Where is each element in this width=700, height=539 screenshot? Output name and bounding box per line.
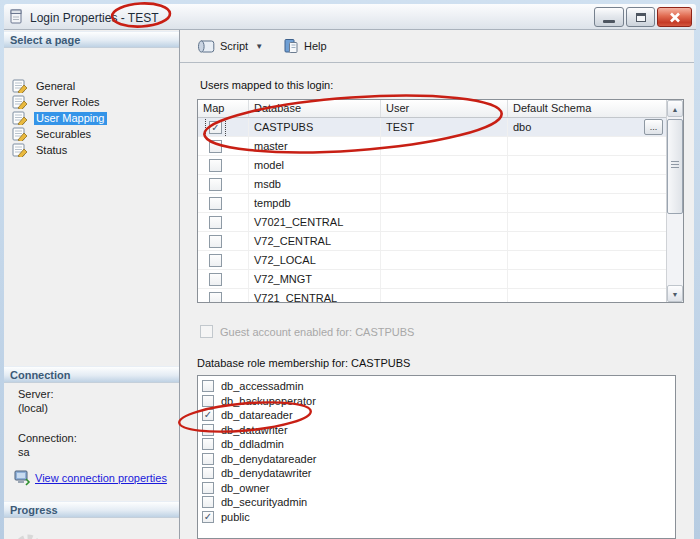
role-list: db_accessadmindb_backupoperator✓db_datar… [197,375,676,539]
page-icon [12,79,28,93]
window-title: Login Properties - TEST [30,11,159,25]
role-checkbox[interactable] [202,453,214,465]
map-checkbox[interactable] [209,197,222,210]
help-button[interactable]: Help [278,35,332,57]
user-cell [381,194,508,212]
select-page-header: Select a page [4,31,179,48]
table-row-model[interactable]: model [198,156,666,175]
close-button[interactable] [657,7,692,27]
role-checkbox[interactable] [202,395,214,407]
connection-header: Connection [4,366,179,383]
database-cell: V72_MNGT [249,270,381,288]
sidebar: Select a page General Server Roles User … [4,30,180,539]
role-label: db_securityadmin [221,496,307,508]
scrollbar-down-icon[interactable]: ▼ [667,285,683,302]
table-row-v7021-central[interactable]: V7021_CENTRAL [198,213,666,232]
role-item-db-securityadmin[interactable]: db_securityadmin [202,495,675,510]
database-cell: msdb [249,175,381,193]
role-label: db_denydatawriter [221,467,312,479]
maximize-button[interactable] [626,7,655,27]
script-button[interactable]: Script ▼ [192,36,268,57]
role-checkbox[interactable] [202,438,214,450]
connection-label: Connection: [18,432,77,444]
sidebar-item-status[interactable]: Status [8,142,178,158]
table-row-tempdb[interactable]: tempdb [198,194,666,213]
close-icon [669,12,681,23]
user-cell [381,156,508,174]
map-cell [198,156,249,174]
sidebar-item-user-mapping[interactable]: User Mapping [8,110,178,126]
help-label: Help [304,40,327,52]
map-cell [198,232,249,250]
sidebar-item-server-roles[interactable]: Server Roles [8,94,178,110]
role-item-db-denydatawriter[interactable]: db_denydatawriter [202,466,675,481]
role-label: db_accessadmin [221,380,304,392]
role-item-db-backupoperator[interactable]: db_backupoperator [202,394,675,409]
view-connection-properties-link[interactable]: View connection properties [35,472,167,484]
map-checkbox[interactable] [209,159,222,172]
database-cell: V72_CENTRAL [249,232,381,250]
role-item-db-datawriter[interactable]: db_datawriter [202,423,675,438]
database-cell: V721_CENTRAL [249,289,381,303]
role-label: db_owner [221,482,269,494]
schema-cell [508,137,666,155]
map-checkbox[interactable] [209,292,222,304]
sidebar-item-label: Securables [34,128,94,141]
map-cell [198,251,249,269]
role-item-db-datareader[interactable]: ✓db_datareader [202,408,675,423]
table-row-v72-mngt[interactable]: V72_MNGT [198,270,666,289]
role-checkbox[interactable]: ✓ [202,409,214,421]
role-item-db-owner[interactable]: db_owner [202,481,675,496]
role-item-db-ddladmin[interactable]: db_ddladmin [202,437,675,452]
table-row-v72-local[interactable]: V72_LOCAL [198,251,666,270]
role-checkbox[interactable] [202,424,214,436]
role-item-db-accessadmin[interactable]: db_accessadmin [202,379,675,394]
role-checkbox[interactable] [202,482,214,494]
help-icon [283,38,299,54]
role-checkbox[interactable] [202,496,214,508]
scrollbar-thumb[interactable] [667,119,683,214]
database-cell: V72_LOCAL [249,251,381,269]
table-row-master[interactable]: master [198,137,666,156]
window-controls [594,7,692,27]
sidebar-item-general[interactable]: General [8,78,178,94]
role-checkbox[interactable]: ✓ [202,511,214,523]
database-cell: master [249,137,381,155]
schema-cell [508,270,666,288]
table-row-v721-central[interactable]: V721_CENTRAL [198,289,666,303]
server-label: Server: [18,388,53,400]
role-checkbox[interactable] [202,380,214,392]
title-bar: Login Properties - TEST [4,4,696,30]
progress-header: Progress [4,501,179,518]
table-row-v72-central[interactable]: V72_CENTRAL [198,232,666,251]
role-item-public[interactable]: ✓public [202,510,675,525]
sidebar-item-securables[interactable]: Securables [8,126,178,142]
user-cell [381,232,508,250]
user-cell [381,289,508,303]
map-checkbox[interactable] [209,235,222,248]
script-icon [197,39,215,54]
column-header-database: Database [249,100,381,117]
map-checkbox[interactable] [209,140,222,153]
role-label: db_denydatareader [221,453,316,465]
map-checkbox[interactable] [209,216,222,229]
table-row-msdb[interactable]: msdb [198,175,666,194]
role-checkbox[interactable] [202,467,214,479]
map-cell [198,137,249,155]
map-checkbox[interactable] [209,178,222,191]
role-item-db-denydatareader[interactable]: db_denydatareader [202,452,675,467]
schema-browse-button[interactable]: ... [644,119,663,135]
map-checkbox[interactable] [209,254,222,267]
schema-cell [508,213,666,231]
scrollbar-up-icon[interactable]: ▲ [667,100,683,117]
table-scrollbar[interactable]: ▲ ▼ [666,100,683,302]
table-row-castpubs[interactable]: ✓CASTPUBSTESTdbo... [198,118,666,137]
user-cell [381,251,508,269]
script-dropdown-icon[interactable]: ▼ [255,42,263,51]
toolbar: Script ▼ Help [180,30,694,63]
minimize-button[interactable] [594,7,624,27]
map-checkbox[interactable]: ✓ [209,121,222,134]
page-icon [12,111,28,125]
map-checkbox[interactable] [209,273,222,286]
map-cell [198,175,249,193]
